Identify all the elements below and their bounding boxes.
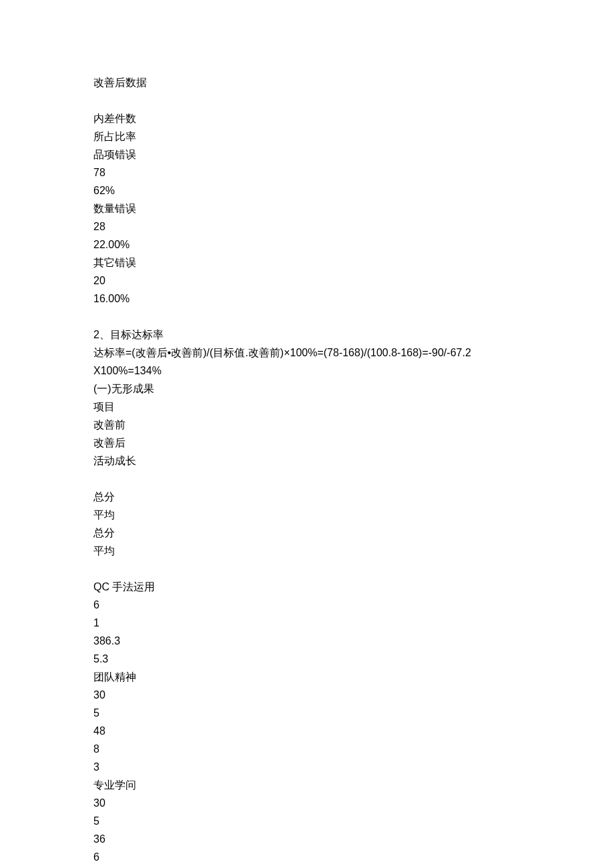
text-line: 内差件数 <box>93 109 614 127</box>
text-line: 数量错误 <box>93 199 614 218</box>
text-line: 团队精神 <box>93 668 614 686</box>
text-line: 36 <box>93 830 614 848</box>
text-line: X100%=134% <box>93 362 614 380</box>
document-page: 改善后数据 内差件数 所占比率 品项错误 78 62% 数量错误 28 22.0… <box>0 0 614 868</box>
text-line: 48 <box>93 722 614 740</box>
text-line: 其它错误 <box>93 254 614 272</box>
text-line: 专业学问 <box>93 776 614 794</box>
page-title: 改善后数据 <box>93 73 614 91</box>
text-line: 2、目标达标率 <box>93 326 614 344</box>
text-line: 78 <box>93 163 614 181</box>
text-line: 3 <box>93 758 614 776</box>
text-line: 5 <box>93 704 614 722</box>
text-line: QC 手法运用 <box>93 578 614 596</box>
text-line: 30 <box>93 794 614 812</box>
text-line: 8 <box>93 740 614 758</box>
text-line: 品项错误 <box>93 145 614 163</box>
text-line: 项目 <box>93 398 614 416</box>
text-line: 5.3 <box>93 650 614 668</box>
section-score-values: QC 手法运用 6 1 386.3 5.3 团队精神 30 5 48 8 3 专… <box>93 578 614 866</box>
text-line: 平均 <box>93 506 614 524</box>
text-line: (一)无形成果 <box>93 380 614 398</box>
text-line: 28 <box>93 218 614 236</box>
text-line: 62% <box>93 181 614 199</box>
title-block: 改善后数据 <box>93 73 614 91</box>
section-target-rate: 2、目标达标率 达标率=(改善后•改善前)/(目标值.改善前)×100%=(78… <box>93 326 614 470</box>
text-line: 22.00% <box>93 236 614 254</box>
text-line: 1 <box>93 614 614 632</box>
text-line: 30 <box>93 686 614 704</box>
text-line: 总分 <box>93 524 614 542</box>
text-line: 386.3 <box>93 632 614 650</box>
text-line: 改善后 <box>93 434 614 452</box>
text-line: 6 <box>93 596 614 614</box>
text-line: 20 <box>93 272 614 290</box>
text-line: 活动成长 <box>93 452 614 470</box>
text-line: 6 <box>93 848 614 866</box>
text-line: 16.00% <box>93 290 614 308</box>
text-line: 所占比率 <box>93 127 614 145</box>
text-line: 总分 <box>93 488 614 506</box>
text-line: 5 <box>93 812 614 830</box>
text-line: 改善前 <box>93 416 614 434</box>
section-improved-data: 内差件数 所占比率 品项错误 78 62% 数量错误 28 22.00% 其它错… <box>93 109 614 308</box>
text-line: 平均 <box>93 542 614 560</box>
text-line: 达标率=(改善后•改善前)/(目标值.改善前)×100%=(78-168)/(1… <box>93 344 614 362</box>
section-score-headers: 总分 平均 总分 平均 <box>93 488 614 560</box>
